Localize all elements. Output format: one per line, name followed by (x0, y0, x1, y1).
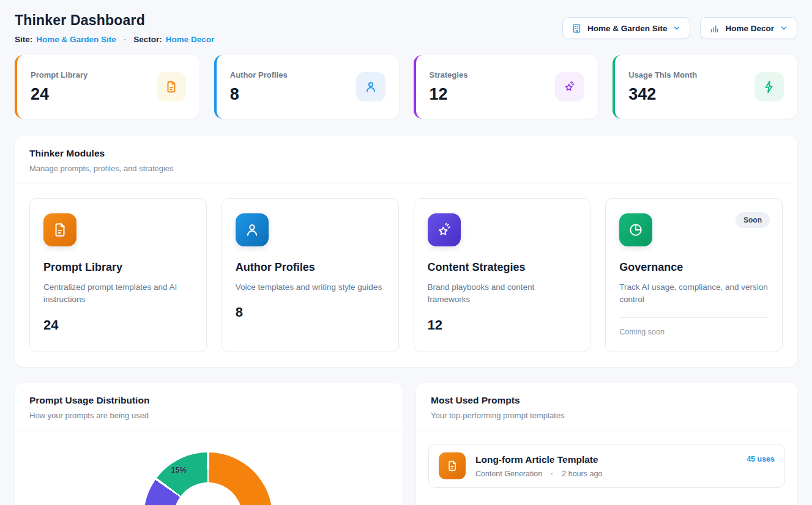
module-count: 8 (236, 304, 385, 320)
most-used-prompts-card: Most Used Prompts Your top-performing pr… (416, 383, 797, 505)
stat-label: Prompt Library (31, 70, 88, 79)
user-icon (236, 213, 269, 246)
stat-label: Usage This Month (628, 70, 697, 79)
prompt-list: Long-form Article Template Content Gener… (416, 430, 797, 501)
stat-card-usage: Usage This Month 342 (613, 55, 797, 119)
site-link[interactable]: Home & Garden Site (36, 35, 116, 44)
prompt-usage-distribution-card: Prompt Usage Distribution How your promp… (15, 383, 403, 505)
stat-value: 342 (628, 85, 697, 104)
modules-section-subtitle: Manage prompts, profiles, and strategies (29, 164, 783, 173)
star-sparkle-icon (555, 72, 584, 101)
divider (619, 317, 769, 318)
site-label: Site: (15, 35, 32, 44)
chevron-down-icon (780, 24, 788, 32)
module-title: Author Profiles (236, 261, 385, 274)
stat-value: 24 (31, 85, 88, 104)
coming-soon-text: Coming soon (619, 328, 769, 336)
sector-label: Sector: (133, 35, 162, 44)
user-icon (356, 72, 386, 101)
prompt-uses-badge: 45 uses (747, 455, 775, 463)
modules-grid: Prompt Library Centralized prompt templa… (15, 183, 797, 367)
header-selectors: Home & Garden Site Home Decor (562, 17, 797, 39)
thinker-modules-section: Thinker Modules Manage prompts, profiles… (15, 136, 797, 367)
document-icon (157, 72, 186, 101)
stats-row: Prompt Library 24 Author Profiles 8 Stra… (15, 55, 797, 119)
module-description: Centralized prompt templates and AI inst… (43, 281, 193, 306)
breadcrumb: Site: Home & Garden Site · Sector: Home … (15, 35, 214, 44)
stat-card-author-profiles: Author Profiles 8 (214, 55, 399, 119)
donut-chart (144, 452, 272, 505)
bar-chart-icon (709, 23, 720, 34)
sector-selector-label: Home Decor (725, 24, 774, 33)
module-card-governance[interactable]: Soon Governance Track AI usage, complian… (605, 198, 783, 352)
page-title: Thinker Dashboard (15, 12, 214, 29)
building-icon (572, 23, 582, 34)
donut-chart-area: 15% (15, 430, 403, 505)
breadcrumb-separator: · (124, 35, 127, 44)
sector-link[interactable]: Home Decor (166, 35, 215, 44)
chevron-down-icon (672, 24, 681, 32)
pie-chart-icon (619, 213, 652, 246)
module-card-prompt-library[interactable]: Prompt Library Centralized prompt templa… (29, 198, 207, 352)
stat-card-prompt-library: Prompt Library 24 (15, 55, 199, 119)
document-icon (43, 213, 76, 246)
site-selector-dropdown[interactable]: Home & Garden Site (562, 17, 691, 39)
bottom-row: Prompt Usage Distribution How your promp… (15, 383, 797, 505)
module-count: 24 (43, 317, 193, 333)
usage-card-subtitle: How your prompts are being used (29, 411, 388, 420)
module-description: Brand playbooks and content frameworks (428, 281, 577, 306)
stat-label: Strategies (430, 70, 468, 79)
prompts-card-subtitle: Your top-performing prompt templates (431, 411, 783, 420)
soon-badge: Soon (736, 212, 770, 228)
module-card-author-profiles[interactable]: Author Profiles Voice templates and writ… (222, 198, 399, 352)
modules-section-title: Thinker Modules (29, 148, 783, 159)
list-item-long-form-article-template[interactable]: Long-form Article Template Content Gener… (428, 444, 785, 488)
module-count: 12 (428, 317, 577, 333)
module-title: Content Strategies (428, 261, 577, 274)
stat-value: 8 (230, 85, 288, 104)
module-title: Governance (619, 261, 769, 274)
meta-separator: · (551, 470, 553, 478)
document-icon (439, 452, 466, 479)
module-card-content-strategies[interactable]: Content Strategies Brand playbooks and c… (414, 198, 591, 352)
star-sparkle-icon (428, 213, 461, 246)
prompt-time: 2 hours ago (562, 470, 602, 478)
stat-label: Author Profiles (230, 70, 288, 79)
site-selector-label: Home & Garden Site (587, 24, 668, 33)
module-description: Track AI usage, compliance, and version … (619, 281, 769, 306)
module-title: Prompt Library (43, 261, 193, 274)
usage-card-title: Prompt Usage Distribution (29, 395, 388, 406)
module-description: Voice templates and writing style guides (236, 281, 385, 293)
prompts-card-title: Most Used Prompts (431, 395, 783, 406)
stat-card-strategies: Strategies 12 (414, 55, 598, 119)
page-header: Thinker Dashboard Site: Home & Garden Si… (15, 12, 797, 44)
sector-selector-dropdown[interactable]: Home Decor (700, 17, 797, 39)
prompt-category: Content Generation (475, 470, 542, 478)
donut-slice-label: 15% (171, 466, 186, 474)
lightning-icon (754, 72, 784, 101)
stat-value: 12 (430, 85, 468, 104)
prompt-title: Long-form Article Template (475, 454, 737, 465)
